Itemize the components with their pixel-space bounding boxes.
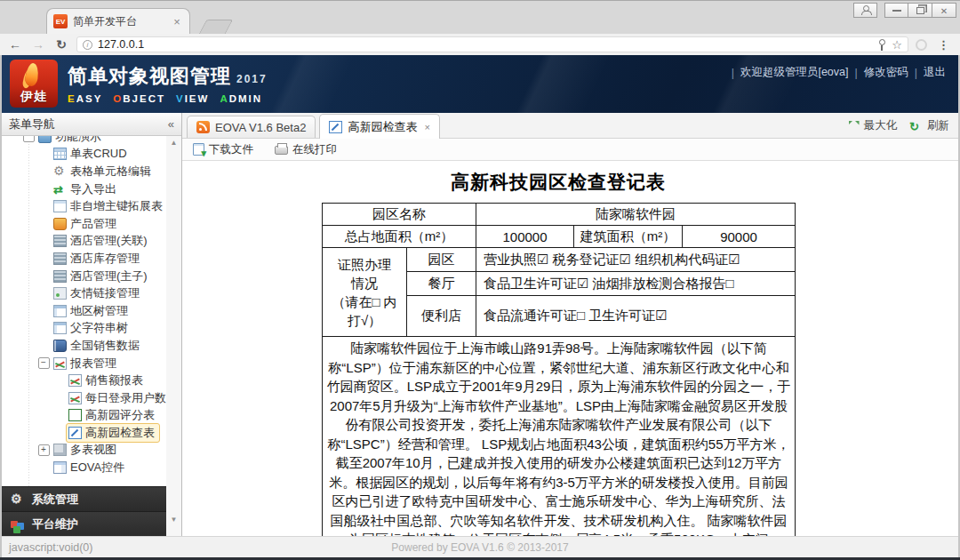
close-button[interactable] bbox=[932, 3, 956, 18]
collapse-node-icon[interactable] bbox=[21, 136, 36, 142]
subtitle-word: VIEW bbox=[176, 93, 209, 104]
import-export-icon bbox=[53, 183, 67, 196]
profile-button[interactable] bbox=[853, 3, 877, 18]
bookmark-star-icon[interactable] bbox=[892, 38, 902, 52]
license-items: 食品流通许可证□ 卫生许可证☑ bbox=[476, 296, 796, 337]
back-button[interactable] bbox=[7, 37, 23, 52]
sidebar-item-label: 单表CRUD bbox=[70, 146, 127, 162]
sidebar-item-links[interactable]: 友情链接管理 bbox=[2, 284, 166, 302]
sidebar-item-sales-data[interactable]: 全国销售数据 bbox=[2, 337, 166, 355]
logo-text: 伊娃 bbox=[20, 89, 47, 105]
table-icon bbox=[53, 148, 67, 160]
url-box[interactable]: 127.0.0.1 bbox=[76, 36, 908, 52]
subtitle-letter: E bbox=[68, 93, 76, 104]
sidebar-accordion: 系统管理平台维护 bbox=[2, 486, 166, 536]
scroll-down-icon[interactable] bbox=[171, 516, 178, 524]
browser-tab-strip: EV 简单开发平台 bbox=[0, 0, 960, 34]
sidebar-item-sales-report[interactable]: 销售额报表 bbox=[2, 372, 166, 389]
collapse-node-icon[interactable] bbox=[36, 357, 51, 369]
sidebar-item-eova-widgets[interactable]: EOVA控件 bbox=[2, 459, 166, 476]
sidebar-item-label: 多表视图 bbox=[70, 442, 116, 458]
download-button[interactable]: 下载文件 bbox=[189, 140, 257, 159]
url-text[interactable]: 127.0.0.1 bbox=[98, 38, 872, 51]
browser-window: EV 简单开发平台 127.0.0.1 bbox=[0, 0, 960, 560]
change-password-link[interactable]: 修改密码 bbox=[864, 65, 908, 80]
content-tab-inspection[interactable]: 高新园检查表 bbox=[319, 114, 439, 139]
sidebar-item-hotel-rel[interactable]: 酒店管理(关联) bbox=[2, 233, 166, 251]
document-area: 高新科技园区检查登记表 园区名称 陆家嘴软件园 总占地面积（m²） bbox=[182, 161, 958, 536]
sidebar-item-daily-login[interactable]: 每日登录用户数 bbox=[2, 389, 166, 407]
password-key-icon[interactable] bbox=[877, 39, 886, 51]
collapse-sidebar-icon[interactable] bbox=[168, 117, 174, 131]
restore-button[interactable] bbox=[908, 3, 932, 18]
minimize-button[interactable] bbox=[884, 3, 908, 18]
park-name-label: 园区名称 bbox=[323, 204, 476, 226]
building-icon bbox=[53, 270, 67, 283]
sidebar-item-import-export[interactable]: 导入导出 bbox=[2, 180, 166, 198]
forward-button[interactable] bbox=[30, 37, 46, 52]
new-tab-button[interactable] bbox=[199, 20, 234, 34]
rss-icon bbox=[196, 121, 210, 133]
document-title: 高新科技园区检查登记表 bbox=[322, 170, 795, 195]
app-header: 伊娃 简单对象视图管理2017 EASYOBJECTVIEWADMIN | 欢迎… bbox=[2, 55, 958, 113]
toolbar-button-label: 在线打印 bbox=[292, 142, 337, 157]
reload-button[interactable] bbox=[53, 37, 69, 52]
close-icon bbox=[940, 5, 948, 16]
sidebar-scrollbar[interactable] bbox=[166, 136, 181, 536]
product-icon bbox=[53, 218, 67, 230]
tab-actions: 最大化刷新 bbox=[849, 113, 950, 139]
sheet-icon bbox=[68, 409, 82, 421]
subtitle-letter: O bbox=[113, 93, 123, 104]
sidebar-panel-platform[interactable]: 平台维护 bbox=[2, 511, 166, 536]
extension-icon[interactable] bbox=[916, 39, 927, 51]
address-bar: 127.0.0.1 bbox=[0, 34, 960, 55]
sidebar-item-park-score[interactable]: 高新园评分表 bbox=[2, 407, 166, 425]
scroll-up-icon[interactable] bbox=[171, 139, 178, 147]
browser-menu-icon[interactable] bbox=[934, 38, 953, 52]
print-button[interactable]: 在线打印 bbox=[271, 140, 340, 159]
sidebar-item-label: 友情链接管理 bbox=[70, 285, 140, 301]
browser-tab-title: 简单开发平台 bbox=[73, 14, 165, 29]
tab-close-icon[interactable] bbox=[171, 15, 183, 28]
logout-link[interactable]: 退出 bbox=[924, 65, 946, 80]
sidebar-item-crud[interactable]: 单表CRUD bbox=[2, 146, 166, 164]
close-tab-icon[interactable] bbox=[424, 122, 429, 132]
sidebar-item-label: 高新园评分表 bbox=[85, 407, 155, 423]
sidebar-item-park-check[interactable]: 高新园检查表 bbox=[2, 424, 166, 442]
license-row: 证照办理 情况 （请在□ 内 打√）园区营业执照☑ 税务登记证☑ 组织机构代码证… bbox=[323, 248, 796, 272]
maximize-button[interactable]: 最大化 bbox=[849, 118, 898, 133]
sidebar-item-area-tree[interactable]: 地区树管理 bbox=[2, 302, 166, 320]
site-info-icon[interactable] bbox=[83, 40, 92, 50]
platform-icon bbox=[11, 521, 18, 528]
subtitle-rest: BJECT bbox=[123, 93, 165, 104]
sidebar-item-ext-table[interactable]: 非自增主键拓展表 bbox=[2, 197, 166, 215]
sidebar-item-hotel-master[interactable]: 酒店管理(主子) bbox=[2, 268, 166, 285]
sidebar-item-string-tree[interactable]: 父字符串树 bbox=[2, 320, 166, 338]
content-tab-home[interactable]: EOVA V1.6 Beta2 bbox=[187, 116, 316, 138]
subtitle-rest: IEW bbox=[185, 93, 210, 104]
sidebar-item-hotel-stock[interactable]: 酒店库存管理 bbox=[2, 250, 166, 268]
link-icon bbox=[53, 287, 67, 300]
sidebar-item-multi-view[interactable]: 多表视图 bbox=[2, 442, 166, 460]
tree-node: 非自增主键拓展表 bbox=[51, 196, 166, 216]
sidebar-item-reports[interactable]: 报表管理 bbox=[2, 355, 166, 372]
sidebar-item-product[interactable]: 产品管理 bbox=[2, 215, 166, 233]
sidebar-item-label: 高新园检查表 bbox=[85, 425, 155, 441]
tree-node: 全国销售数据 bbox=[51, 336, 145, 356]
tab-label: 高新园检查表 bbox=[348, 119, 417, 135]
sidebar-item-cell-edit[interactable]: 表格单元格编辑 bbox=[2, 163, 166, 180]
subtitle-word: ADMIN bbox=[220, 93, 262, 104]
expand-node-icon[interactable] bbox=[36, 444, 51, 456]
table-row: 园区名称 陆家嘴软件园 bbox=[323, 204, 796, 226]
browser-tab[interactable]: EV 简单开发平台 bbox=[46, 8, 190, 34]
sidebar-panel-system[interactable]: 系统管理 bbox=[2, 486, 166, 511]
tree-node: 表格单元格编辑 bbox=[51, 162, 156, 181]
subtitle-rest: DMIN bbox=[229, 93, 262, 104]
building-area-label: 建筑面积（m²） bbox=[574, 226, 683, 248]
app-title: 简单对象视图管理2017 bbox=[68, 63, 268, 90]
refresh-button[interactable]: 刷新 bbox=[909, 118, 949, 133]
sidebar-item-label: 非自增主键拓展表 bbox=[70, 198, 163, 214]
sidebar-item-label: 每日登录用户数 bbox=[85, 390, 166, 406]
sidebar-header: 菜单导航 bbox=[2, 113, 181, 136]
gear-icon bbox=[53, 165, 67, 178]
